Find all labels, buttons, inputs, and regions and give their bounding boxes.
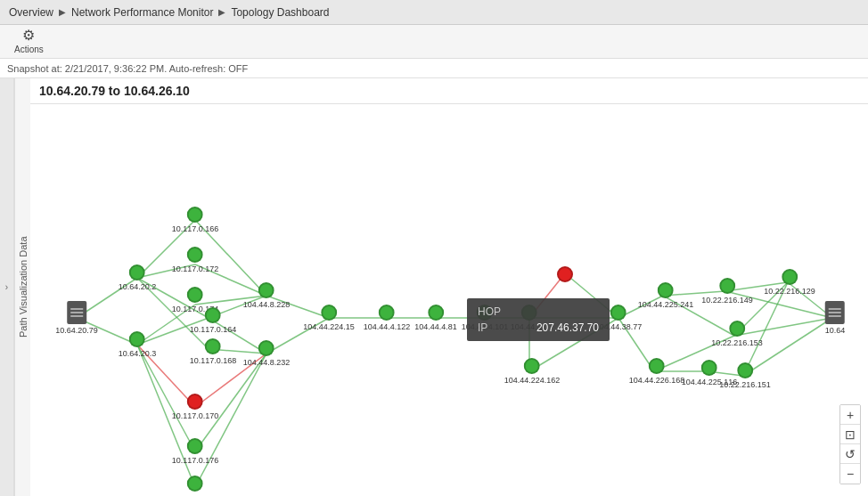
node-label: 104.44.4.122 bbox=[364, 322, 411, 331]
sidebar-toggle[interactable]: › bbox=[0, 78, 14, 496]
breadcrumb-npm[interactable]: Network Performance Monitor bbox=[71, 6, 213, 19]
breadcrumb-sep-1: ▶ bbox=[59, 7, 66, 17]
node-circle bbox=[187, 438, 203, 454]
breadcrumb-sep-2: ▶ bbox=[218, 7, 225, 17]
node-label: 104.44.225.241 bbox=[638, 300, 694, 309]
node-circle bbox=[428, 305, 444, 321]
node-n9[interactable]: 10.117.0.176 bbox=[172, 438, 219, 465]
node-n22[interactable]: 104.44.225.241 bbox=[638, 282, 694, 309]
node-label: 10.117.0.170 bbox=[172, 411, 219, 420]
node-circle bbox=[719, 278, 735, 294]
node-circle bbox=[658, 282, 674, 298]
node-n21[interactable]: 104.44.226.168 bbox=[629, 358, 685, 385]
node-n18[interactable]: 104.44.224.162 bbox=[504, 358, 561, 385]
node-circle bbox=[187, 476, 203, 492]
server-icon bbox=[67, 301, 86, 324]
actions-label: Actions bbox=[14, 45, 44, 54]
server-icon-dst bbox=[825, 301, 845, 324]
node-label: 10.22.216.153 bbox=[711, 338, 763, 347]
zoom-reset-button[interactable]: ↺ bbox=[840, 444, 860, 464]
zoom-out-button[interactable]: − bbox=[840, 464, 860, 484]
node-n20[interactable]: 104.44.38.77 bbox=[595, 305, 643, 331]
source-node[interactable]: 10.64.20.79 bbox=[55, 301, 98, 335]
node-n15[interactable]: 104.44.4.81 bbox=[414, 305, 457, 331]
breadcrumb: Overview ▶ Network Performance Monitor ▶… bbox=[0, 0, 868, 25]
node-label: 10.22.216.151 bbox=[719, 380, 771, 389]
destination-node[interactable]: 10.64 bbox=[825, 301, 846, 335]
source-label: 10.64.20.79 bbox=[55, 326, 98, 335]
node-n11[interactable]: 104.44.8.228 bbox=[243, 282, 291, 309]
actions-icon: ⚙ bbox=[22, 28, 35, 43]
sidebar-label[interactable]: Path Visualization Data bbox=[14, 78, 30, 496]
node-n7[interactable]: 10.117.0.168 bbox=[190, 338, 237, 365]
node-n3[interactable]: 10.117.0.166 bbox=[172, 207, 219, 233]
node-circle bbox=[524, 358, 540, 374]
path-title: 10.64.20.79 to 10.64.26.10 bbox=[30, 78, 868, 104]
node-label: 104.44.38.77 bbox=[595, 322, 643, 331]
node-label: 10.117.0.172 bbox=[172, 264, 219, 273]
node-n1[interactable]: 10.64.20.2 bbox=[119, 264, 157, 291]
actions-button[interactable]: ⚙ Actions bbox=[9, 27, 49, 56]
breadcrumb-overview[interactable]: Overview bbox=[9, 6, 53, 19]
node-label: 10.64.20.2 bbox=[119, 282, 157, 291]
node-n19[interactable] bbox=[557, 266, 573, 284]
destination-label: 10.64 bbox=[825, 326, 846, 335]
node-label: 10.117.0.168 bbox=[190, 356, 237, 365]
node-circle bbox=[129, 331, 145, 347]
node-circle bbox=[649, 358, 665, 374]
node-label: 104.44.226.168 bbox=[629, 376, 685, 385]
node-label: 104.44.224.15 bbox=[303, 322, 355, 331]
node-circle bbox=[129, 264, 145, 281]
node-n13[interactable]: 104.44.224.15 bbox=[303, 305, 355, 331]
node-circle bbox=[701, 360, 717, 376]
node-n16[interactable]: 104.44.4.101 bbox=[462, 305, 509, 331]
main-area: › Path Visualization Data 10.64.20.79 to… bbox=[0, 78, 868, 496]
node-circle bbox=[205, 338, 221, 354]
node-label: 104.44.224.162 bbox=[504, 376, 561, 385]
node-n14[interactable]: 104.44.4.122 bbox=[364, 305, 411, 331]
node-circle bbox=[187, 247, 203, 263]
node-circle bbox=[737, 362, 753, 378]
node-n10[interactable]: 10.117.0.178 bbox=[172, 476, 219, 492]
node-circle bbox=[782, 269, 798, 285]
node-n6[interactable]: 10.117.0.164 bbox=[190, 307, 237, 334]
node-n4[interactable]: 10.117.0.172 bbox=[172, 247, 219, 273]
node-label: 10.117.0.176 bbox=[172, 456, 219, 465]
sidebar-toggle-icon: › bbox=[5, 282, 8, 292]
topology-canvas[interactable]: 10.64.20.79 10.64.20.2 10.64.20.3 10.117… bbox=[30, 104, 868, 492]
node-n2[interactable]: 10.64.20.3 bbox=[119, 331, 157, 358]
node-label: 104.44.4.101 bbox=[462, 322, 509, 331]
zoom-fit-button[interactable]: ⊡ bbox=[840, 425, 860, 444]
node-label: 10.117.0.164 bbox=[190, 325, 237, 334]
zoom-in-button[interactable]: + bbox=[840, 405, 860, 425]
node-n27[interactable]: 10.22.216.129 bbox=[764, 269, 815, 296]
node-circle bbox=[321, 305, 337, 321]
node-circle bbox=[477, 305, 493, 321]
node-circle bbox=[557, 266, 573, 282]
node-n26[interactable]: 10.22.216.151 bbox=[719, 362, 771, 389]
node-label: 10.22.216.149 bbox=[701, 296, 753, 305]
node-circle bbox=[379, 305, 395, 321]
toolbar: ⚙ Actions bbox=[0, 25, 868, 59]
node-n24[interactable]: 10.22.216.149 bbox=[701, 278, 753, 305]
node-label: 10.64.20.3 bbox=[119, 349, 157, 358]
node-label: 104.44.4.81 bbox=[414, 322, 457, 331]
snapshot-bar: Snapshot at: 2/21/2017, 9:36:22 PM. Auto… bbox=[0, 59, 868, 78]
node-circle bbox=[258, 282, 274, 298]
zoom-controls: + ⊡ ↺ − bbox=[839, 404, 861, 484]
node-circle bbox=[187, 394, 203, 410]
node-n25[interactable]: 10.22.216.153 bbox=[711, 321, 763, 347]
node-n17[interactable]: 104.44.4... bbox=[511, 305, 549, 331]
node-circle bbox=[258, 340, 274, 356]
breadcrumb-topology: Topology Dashboard bbox=[231, 6, 329, 19]
node-circle bbox=[610, 305, 626, 321]
node-n12[interactable]: 104.44.8.232 bbox=[243, 340, 291, 367]
node-label: 10.117.0.166 bbox=[172, 224, 219, 233]
node-circle bbox=[521, 305, 537, 321]
node-n8[interactable]: 10.117.0.170 bbox=[172, 394, 219, 420]
node-label: 104.44.8.232 bbox=[243, 358, 291, 367]
node-label: 10.22.216.129 bbox=[764, 287, 815, 296]
node-circle bbox=[729, 321, 745, 337]
snapshot-text: Snapshot at: 2/21/2017, 9:36:22 PM. Auto… bbox=[7, 63, 248, 74]
node-circle bbox=[205, 307, 221, 323]
